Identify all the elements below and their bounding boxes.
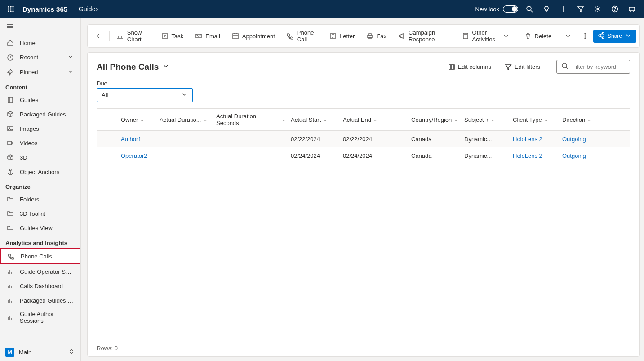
- col-owner[interactable]: Owner⌄: [118, 113, 157, 126]
- hamburger-button[interactable]: [0, 18, 80, 36]
- book-icon: [6, 96, 14, 104]
- nav-label: Packaged Guides Op...: [20, 297, 74, 304]
- nav-pinned[interactable]: Pinned: [0, 65, 80, 80]
- nav-label: Recent: [20, 54, 38, 61]
- col-label: Actual Start: [291, 116, 321, 123]
- phone-icon: [7, 252, 15, 260]
- nav-recent[interactable]: Recent: [0, 50, 80, 65]
- nav-guides[interactable]: Guides: [0, 93, 80, 107]
- row-select[interactable]: [97, 152, 118, 159]
- due-value: All: [102, 92, 108, 98]
- cell-owner[interactable]: Operator2: [118, 152, 157, 159]
- nav-calls-dashboard[interactable]: Calls Dashboard: [0, 279, 80, 293]
- new-look-toggle[interactable]: New look: [475, 5, 518, 13]
- brand-label: Dynamics 365: [18, 5, 72, 13]
- col-label: Direction: [562, 116, 585, 123]
- svg-point-61: [585, 33, 586, 34]
- col-actual-duration-seconds[interactable]: Actual Duration Seconds⌄: [213, 113, 288, 126]
- cell-client[interactable]: HoloLens 2: [510, 136, 560, 143]
- chevron-updown-icon: [68, 348, 75, 357]
- col-label: Client Type: [513, 116, 542, 123]
- nav-label: Videos: [20, 140, 38, 147]
- cell-client[interactable]: HoloLens 2: [510, 152, 560, 159]
- svg-rect-22: [8, 97, 13, 103]
- col-select[interactable]: [97, 113, 118, 126]
- delete-dropdown[interactable]: [562, 30, 574, 42]
- back-button[interactable]: [90, 30, 107, 42]
- col-direction[interactable]: Direction⌄: [560, 113, 604, 126]
- cell-direction[interactable]: Outgoing: [560, 152, 604, 159]
- nav-packaged-guides-op[interactable]: Packaged Guides Op...: [0, 293, 80, 308]
- chevron-down-icon: [181, 91, 188, 99]
- nav-guides-view[interactable]: Guides View: [0, 221, 80, 235]
- cmd-label: Fax: [377, 33, 386, 40]
- other-activities-button[interactable]: Other Activities: [457, 27, 514, 45]
- folder-icon: [6, 195, 14, 203]
- nav-label: Guides View: [20, 225, 53, 232]
- image-icon: [6, 125, 14, 133]
- edit-columns-button[interactable]: Edit columns: [444, 61, 495, 73]
- letter-button[interactable]: Letter: [325, 30, 359, 42]
- nav-home[interactable]: Home: [0, 36, 80, 50]
- row-select[interactable]: [97, 136, 118, 143]
- keyword-filter[interactable]: [556, 60, 630, 74]
- lightbulb-button[interactable]: [538, 0, 555, 18]
- separator: [517, 31, 517, 41]
- phone-call-button[interactable]: Phone Call: [282, 27, 322, 45]
- appointment-button[interactable]: Appointment: [227, 30, 280, 42]
- package-icon: [6, 110, 14, 118]
- nav-3d[interactable]: 3D: [0, 150, 80, 165]
- help-button[interactable]: [606, 0, 623, 18]
- nav-guide-operator-sessions[interactable]: Guide Operator Sessi...: [0, 264, 80, 279]
- nav-phone-calls[interactable]: Phone Calls: [0, 248, 80, 264]
- col-country[interactable]: Country/Region⌄: [409, 113, 462, 126]
- trash-icon: [524, 32, 532, 40]
- nav-3d-toolkit[interactable]: 3D Toolkit: [0, 206, 80, 221]
- col-actual-start[interactable]: Actual Start⌄: [288, 113, 340, 126]
- col-label: Actual End: [343, 116, 371, 123]
- add-button[interactable]: [555, 0, 572, 18]
- share-button[interactable]: Share: [593, 30, 636, 43]
- show-chart-button[interactable]: Show Chart: [112, 27, 154, 45]
- nav-packaged-guides[interactable]: Packaged Guides: [0, 107, 80, 121]
- phone-icon: [287, 32, 294, 40]
- col-actual-end[interactable]: Actual End⌄: [340, 113, 409, 126]
- search-button[interactable]: [521, 0, 538, 18]
- table-row[interactable]: Operator2 02/24/2024 02/24/2024 Canada D…: [97, 147, 630, 164]
- col-subject[interactable]: Subject↑⌄: [462, 113, 510, 126]
- edit-filters-button[interactable]: Edit filters: [501, 61, 544, 73]
- nav-folders[interactable]: Folders: [0, 192, 80, 206]
- settings-button[interactable]: [589, 0, 606, 18]
- svg-point-70: [562, 63, 567, 68]
- assistant-button[interactable]: [623, 0, 640, 18]
- due-select[interactable]: All: [97, 88, 193, 102]
- cmd-label: Phone Call: [297, 29, 318, 43]
- search-icon: [561, 62, 568, 71]
- keyword-filter-input[interactable]: [572, 63, 625, 70]
- grid-body: Author1 02/22/2024 02/22/2024 Canada Dyn…: [97, 131, 630, 164]
- email-button[interactable]: Email: [191, 30, 225, 42]
- col-client-type[interactable]: Client Type⌄: [510, 113, 560, 126]
- nav-images[interactable]: Images: [0, 121, 80, 136]
- delete-button[interactable]: Delete: [520, 30, 556, 42]
- view-selector[interactable]: All Phone Calls: [97, 62, 169, 72]
- cell-owner[interactable]: Author1: [118, 136, 157, 143]
- nav-videos[interactable]: Videos: [0, 136, 80, 150]
- area-switcher[interactable]: M Main: [0, 343, 80, 361]
- app-launcher[interactable]: [4, 2, 18, 16]
- nav-label: Guide Author Sessions: [20, 311, 74, 324]
- svg-rect-24: [8, 126, 13, 131]
- campaign-response-button[interactable]: Campaign Response: [394, 27, 455, 45]
- nav-guide-author-sessions[interactable]: Guide Author Sessions: [0, 308, 80, 327]
- table-row[interactable]: Author1 02/22/2024 02/22/2024 Canada Dyn…: [97, 131, 630, 147]
- task-button[interactable]: Task: [157, 30, 188, 42]
- svg-line-71: [566, 67, 568, 69]
- col-actual-duration[interactable]: Actual Duratio...⌄: [157, 113, 213, 126]
- filter-button[interactable]: [572, 0, 589, 18]
- cell-direction[interactable]: Outgoing: [560, 136, 604, 143]
- cmd-label: Letter: [340, 33, 355, 40]
- overflow-button[interactable]: [580, 30, 591, 42]
- fax-button[interactable]: Fax: [362, 30, 391, 42]
- nav-object-anchors[interactable]: Object Anchors: [0, 165, 80, 179]
- svg-point-27: [9, 169, 11, 171]
